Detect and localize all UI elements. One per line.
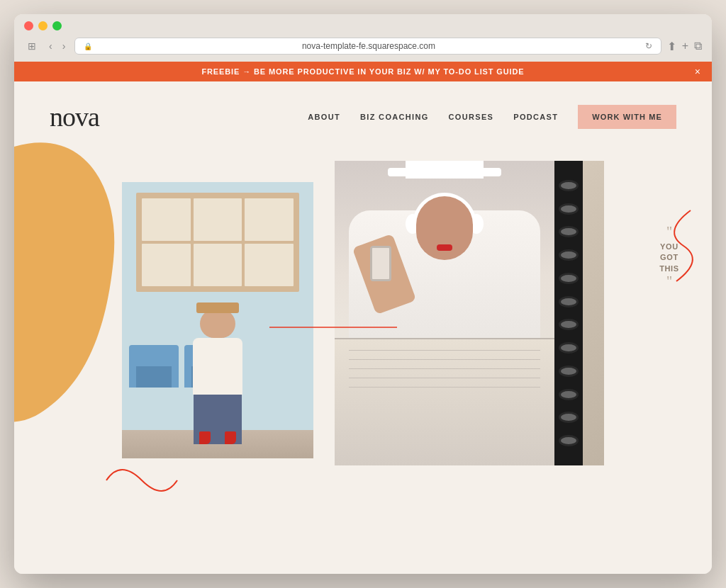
reload-button[interactable]: ↻ xyxy=(645,41,652,51)
nav-podcast[interactable]: PODCAST xyxy=(513,113,558,121)
nav-courses[interactable]: COURSES xyxy=(449,113,494,121)
notification-banner: FREEBIE → BE MORE PRODUCTIVE IN YOUR BIZ… xyxy=(14,62,712,81)
address-bar[interactable]: 🔒 nova-template-fe.squarespace.com ↻ xyxy=(74,38,661,55)
notebook-spiral xyxy=(554,161,583,465)
notebook-line-4 xyxy=(349,378,540,378)
back-button[interactable]: ‹ xyxy=(45,39,56,53)
site-content: nova ABOUT BIZ COACHING COURSES PODCAST … xyxy=(14,81,712,574)
quote-text: YOU GOT THIS xyxy=(634,242,705,274)
bulletin-papers xyxy=(142,198,294,286)
person-overlay xyxy=(335,161,554,352)
forward-button[interactable]: › xyxy=(59,39,69,53)
minimize-button[interactable] xyxy=(38,21,48,30)
spiral-ring-5 xyxy=(559,273,579,284)
bulletin-paper-5 xyxy=(194,244,242,286)
images-area: " YOU GOT THIS " xyxy=(50,154,676,465)
site-header: nova ABOUT BIZ COACHING COURSES PODCAST … xyxy=(14,81,712,147)
spiral-ring-6 xyxy=(559,296,579,307)
quote-open-mark: " xyxy=(634,225,705,239)
left-photo xyxy=(122,182,313,458)
spiral-ring-12 xyxy=(559,435,579,446)
bulletin-paper-2 xyxy=(194,198,242,241)
nav-biz-coaching[interactable]: BIZ COACHING xyxy=(360,113,429,121)
quote-close-mark: " xyxy=(634,274,705,288)
quote-line-3: THIS xyxy=(634,264,705,274)
right-photo xyxy=(335,161,604,465)
bulletin-paper-4 xyxy=(142,244,191,286)
banner-text: FREEBIE → BE MORE PRODUCTIVE IN YOUR BIZ… xyxy=(201,67,524,76)
address-text: nova-template-fe.squarespace.com xyxy=(96,41,640,51)
maximize-button[interactable] xyxy=(52,21,62,30)
spiral-ring-8 xyxy=(559,342,579,354)
traffic-lights xyxy=(24,21,702,30)
sidebar-toggle-button[interactable]: ⊞ xyxy=(24,39,40,53)
site-logo: nova xyxy=(50,101,99,132)
bulletin-board xyxy=(136,193,299,292)
quote-line-1: YOU xyxy=(634,242,705,252)
banner-close-button[interactable]: × xyxy=(695,66,700,77)
browser-toolbar: ⊞ ‹ › 🔒 nova-template-fe.squarespace.com… xyxy=(24,38,702,62)
spiral-ring-9 xyxy=(559,366,579,377)
lock-icon: 🔒 xyxy=(84,43,92,50)
spiral-ring-10 xyxy=(559,389,579,400)
notebook-line-1 xyxy=(349,350,540,351)
spiral-ring-4 xyxy=(559,249,579,261)
notebook-line-2 xyxy=(349,359,540,360)
browser-window: ⊞ ‹ › 🔒 nova-template-fe.squarespace.com… xyxy=(14,14,712,574)
spiral-ring-2 xyxy=(559,203,579,215)
photo-bg xyxy=(122,182,313,458)
quote-area: " YOU GOT THIS " xyxy=(634,225,705,288)
spiral-ring-11 xyxy=(559,412,579,423)
chair-left xyxy=(129,345,179,388)
notebook-line-3 xyxy=(349,368,540,369)
close-button[interactable] xyxy=(24,21,33,30)
share-button[interactable]: ⬆ xyxy=(667,40,676,53)
quote-line-2: GOT xyxy=(634,252,705,263)
spiral-ring-7 xyxy=(559,319,579,330)
notebook-lines xyxy=(335,339,554,398)
site-main: " YOU GOT THIS " xyxy=(14,147,712,568)
nav-cta-button[interactable]: WORK WITH ME xyxy=(578,105,676,129)
browser-chrome: ⊞ ‹ › 🔒 nova-template-fe.squarespace.com… xyxy=(14,14,712,62)
bulletin-paper-1 xyxy=(142,198,191,241)
spiral-ring-1 xyxy=(559,180,579,191)
bulletin-paper-6 xyxy=(245,244,294,286)
photo-inner xyxy=(335,161,604,465)
notebook-bottom xyxy=(335,338,554,465)
bulletin-paper-3 xyxy=(245,198,294,241)
person-figure xyxy=(193,310,242,444)
spiral-ring-3 xyxy=(559,226,579,237)
nav-buttons: ‹ › xyxy=(45,39,69,53)
new-tab-button[interactable]: + xyxy=(682,40,688,53)
duplicate-button[interactable]: ⧉ xyxy=(694,40,702,53)
toolbar-actions: ⬆ + ⧉ xyxy=(667,40,702,53)
site-nav: ABOUT BIZ COACHING COURSES PODCAST WORK … xyxy=(308,105,676,129)
nav-about[interactable]: ABOUT xyxy=(308,113,340,121)
notebook-line-5 xyxy=(349,387,540,388)
